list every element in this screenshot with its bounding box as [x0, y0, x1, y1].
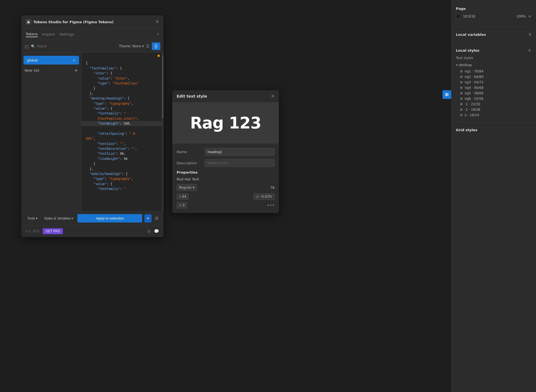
tab-tokens[interactable]: Tokens	[26, 31, 38, 37]
letter-spacing-icon: |A|	[256, 195, 260, 198]
page-color-value: 1E1E1E	[463, 14, 514, 18]
line-height-icon: ⬍	[179, 204, 181, 207]
page-title: Page	[456, 7, 532, 11]
variables-panel-button[interactable]	[442, 90, 451, 99]
tab-settings[interactable]: Settings	[59, 32, 74, 37]
collapse-icon: ▼	[456, 64, 458, 66]
svg-point-0	[445, 93, 447, 94]
style-dot	[460, 70, 462, 72]
desktop-group: ▼ desktop ng1 · 78/84 ng2 · 66/80 ng3 · …	[451, 62, 536, 119]
dialog-close-button[interactable]: ✕	[271, 94, 275, 98]
list-item[interactable]: ng6 · 32/56	[456, 96, 532, 101]
menu-icon[interactable]: ☰	[146, 44, 150, 49]
style-dot	[460, 92, 462, 94]
list-item[interactable]: ng5 · 38/60	[456, 90, 532, 96]
grid-styles-title: Grid styles	[456, 128, 477, 132]
chevron-down-icon: ▾	[193, 186, 194, 189]
chat-icon[interactable]: 💬	[154, 229, 159, 234]
tokens-panel-title: ▣ Tokens Studio for Figma (Figma Tokens)	[26, 19, 113, 25]
close-button[interactable]: ✕	[156, 20, 159, 24]
font-style-dropdown[interactable]: Regular ▾	[177, 184, 197, 191]
name-input[interactable]	[205, 148, 275, 156]
tokens-nav: Tokens Inspect Settings ↗	[21, 29, 164, 40]
local-variables-icon: ⇅	[528, 32, 532, 37]
tools-button[interactable]: Tools ▾	[25, 215, 40, 221]
style-dot	[460, 98, 462, 100]
visibility-icon[interactable]: 👁	[528, 14, 532, 19]
description-input[interactable]	[205, 159, 275, 167]
dialog-body: Name Description Properties Red Hat Text…	[172, 144, 279, 213]
list-item[interactable]: ·1 · 22/32	[456, 101, 532, 107]
version-icons: 🖥 💬	[147, 229, 159, 234]
new-set-item[interactable]: New Set +	[21, 66, 81, 75]
size-icon: A	[179, 195, 181, 198]
dialog-header: Edit text style ✕	[172, 90, 279, 103]
text-styles-subtitle: Text styles	[451, 55, 536, 61]
list-item[interactable]: ng1 · 78/84	[456, 69, 532, 74]
list-item[interactable]: o · 16/24	[456, 112, 532, 118]
more-options-button[interactable]: •••	[267, 203, 275, 208]
local-variables-title: Local variables	[456, 33, 486, 37]
apply-to-selection-button[interactable]: Apply to selection	[77, 214, 142, 223]
size-value: 84	[182, 195, 186, 198]
style-dot	[460, 114, 462, 116]
sidebar-toggle-icon[interactable]: ◫	[25, 44, 29, 49]
style-dot	[460, 103, 462, 105]
version-bar: V 1.38.6 GET PRO 🖥 💬	[21, 225, 164, 237]
font-metrics-row: A 84 |A| -0.03%	[177, 193, 275, 200]
get-pro-button[interactable]: GET PRO	[43, 228, 63, 234]
tokens-editor[interactable]: { "fontFamilies": { "inter": { "value": …	[81, 52, 164, 211]
chevron-down-icon: ▾	[142, 44, 144, 48]
letter-spacing-metric[interactable]: |A| -0.03%	[253, 193, 275, 200]
dialog-preview: Rag 123	[172, 103, 279, 144]
list-item[interactable]: ·2 · 18/28	[456, 107, 532, 112]
search-icon: 🔍	[31, 44, 35, 48]
tab-inspect[interactable]: Inspect	[42, 32, 55, 37]
editor-scrollbar[interactable]	[162, 52, 164, 211]
apply-dropdown-arrow[interactable]: ▾	[144, 214, 152, 223]
json-view-button[interactable]: {}	[152, 42, 160, 50]
check-icon: ✓	[72, 58, 76, 62]
tokens-panel: ▣ Tokens Studio for Figma (Figma Tokens)…	[21, 15, 164, 237]
add-set-icon: +	[74, 68, 78, 73]
style-dot	[460, 81, 462, 83]
preview-text: Rag 123	[190, 114, 261, 132]
description-label: Description	[177, 161, 201, 165]
font-size-value: 78	[270, 186, 275, 190]
settings-icon[interactable]: ⚙	[154, 215, 160, 222]
line-height-row: ⬍ 0 •••	[177, 202, 275, 209]
search-input[interactable]	[36, 44, 117, 48]
tokens-logo: ▣	[26, 19, 31, 25]
tokens-footer: Tools ▾ Styles & Variables ▾ Apply to se…	[21, 211, 164, 225]
right-panel: Page 1E1E1E 100% 👁 Local variables ⇅ Loc…	[451, 0, 536, 392]
local-styles-title: Local styles	[456, 48, 479, 52]
add-style-button[interactable]: +	[528, 48, 532, 53]
global-token-set[interactable]: global ✓	[24, 56, 79, 65]
page-opacity: 100%	[517, 14, 526, 18]
svg-point-2	[446, 95, 447, 96]
font-family-label: Red Hat Text	[177, 177, 275, 181]
scrollbar-thumb	[162, 55, 163, 119]
page-color-swatch[interactable]	[456, 14, 461, 19]
tokens-body: global ✓ New Set + { "fontFamilies": { "…	[21, 52, 164, 211]
list-item[interactable]: ng4 · 46/68	[456, 85, 532, 90]
desktop-group-label[interactable]: ▼ desktop	[456, 63, 532, 67]
name-label: Name	[177, 150, 201, 154]
theme-select[interactable]: Theme: None ▾	[119, 44, 144, 48]
search-wrap: 🔍	[31, 44, 117, 48]
version-text: V 1.38.6	[26, 229, 39, 233]
local-variables-section: Local variables ⇅	[451, 30, 536, 39]
list-item[interactable]: ng2 · 66/80	[456, 74, 532, 80]
line-height-metric[interactable]: ⬍ 0	[177, 202, 187, 209]
description-field-row: Description	[177, 159, 275, 167]
font-size-metric[interactable]: A 84	[177, 193, 189, 200]
tokens-sidebar: global ✓ New Set +	[21, 52, 81, 211]
line-height-value: 0	[182, 203, 185, 207]
dialog-title: Edit text style	[177, 94, 207, 98]
list-item[interactable]: ng3 · 54/72	[456, 80, 532, 85]
code-content: { "fontFamilies": { "inter": { "value": …	[81, 52, 164, 211]
monitor-icon[interactable]: 🖥	[147, 229, 151, 234]
properties-title: Properties	[177, 170, 275, 174]
expand-icon[interactable]: ↗	[156, 32, 159, 36]
styles-variables-button[interactable]: Styles & Variables ▾	[42, 215, 75, 221]
